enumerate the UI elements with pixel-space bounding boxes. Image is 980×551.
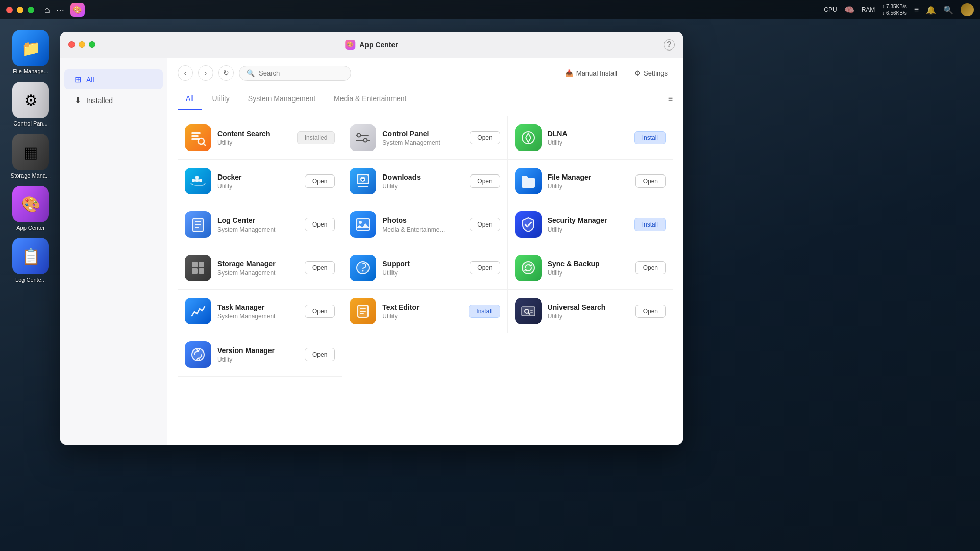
app-action-control-panel[interactable]: Open	[470, 131, 500, 144]
notification-icon[interactable]: 🔔	[926, 5, 936, 15]
sidebar-item-all[interactable]: ⊞ All	[64, 69, 163, 89]
app-action-docker[interactable]: Open	[305, 174, 335, 188]
search-input[interactable]	[259, 69, 340, 77]
sidebar-item-installed[interactable]: ⬇ Installed	[64, 90, 163, 110]
app-info-content-search: Content SearchUtility	[217, 130, 291, 146]
menubar: ⌂ ⋯ 🎨 🖥 CPU 🧠 RAM ↑ 7.35KB/s ↓ 6.56KB/s …	[0, 0, 980, 19]
app-name-docker: Docker	[217, 173, 299, 181]
tab-system-management[interactable]: System Management	[240, 88, 324, 110]
app-name-log-center: Log Center	[217, 216, 299, 224]
window-close-button[interactable]	[68, 41, 75, 48]
app-name-text-editor: Text Editor	[382, 303, 462, 311]
app-category-docker: Utility	[217, 183, 299, 190]
app-icon-control-panel	[350, 124, 376, 151]
menubar-right: 🖥 CPU 🧠 RAM ↑ 7.35KB/s ↓ 6.56KB/s ≡ 🔔 🔍	[808, 3, 974, 16]
dock-item-file-manager[interactable]: 📁 File Manage...	[5, 30, 56, 74]
sidebar-installed-label: Installed	[86, 96, 113, 105]
svg-rect-27	[199, 262, 204, 267]
svg-rect-12	[192, 179, 195, 182]
app-icon-log-center	[185, 211, 211, 238]
settings-label: Settings	[644, 69, 668, 77]
app-action-version-manager[interactable]: Open	[305, 348, 335, 361]
svg-point-5	[357, 134, 361, 137]
app-action-content-search[interactable]: Installed	[297, 131, 335, 144]
category-tabs: All Utility System Management Media & En…	[167, 88, 683, 110]
tab-utility[interactable]: Utility	[204, 88, 238, 110]
app-action-text-editor[interactable]: Install	[469, 305, 500, 318]
app-info-universal-search: Universal SearchUtility	[548, 303, 629, 320]
app-action-file-manager[interactable]: Open	[635, 174, 666, 188]
network-up: ↑ 7.35KB/s	[882, 3, 906, 10]
dock-item-app-center[interactable]: 🎨 App Center	[5, 186, 56, 231]
app-category-support: Utility	[382, 269, 463, 277]
app-card-photos: PhotosMedia & Entertainme...Open	[342, 203, 507, 246]
app-action-sync-backup[interactable]: Open	[635, 261, 666, 274]
dock-item-control-panel[interactable]: ⚙ Control Pan...	[5, 82, 56, 127]
svg-rect-22	[195, 224, 201, 225]
menubar-grid-icon[interactable]: ⋯	[56, 5, 64, 15]
menubar-traffic-red[interactable]	[6, 7, 13, 13]
app-icon-downloads	[350, 168, 376, 194]
app-action-storage-manager[interactable]: Open	[305, 261, 335, 274]
app-info-security-manager: Security ManagerUtility	[548, 216, 628, 233]
svg-rect-0	[191, 132, 201, 134]
app-action-downloads[interactable]: Open	[470, 174, 500, 188]
refresh-button[interactable]: ↻	[218, 65, 234, 81]
window-maximize-button[interactable]	[89, 41, 95, 48]
app-action-log-center[interactable]: Open	[305, 218, 335, 231]
app-info-version-manager: Version ManagerUtility	[217, 346, 299, 363]
dock-item-storage-manager[interactable]: ▦ Storage Mana...	[5, 134, 56, 179]
app-card-task-manager: Task ManagerSystem ManagementOpen	[178, 290, 342, 333]
search-menubar-icon[interactable]: 🔍	[943, 5, 953, 15]
main-content: ‹ › ↻ 🔍 📥 Manual Install ⚙ Settings	[167, 58, 683, 445]
svg-rect-13	[195, 179, 199, 182]
app-name-storage-manager: Storage Manager	[217, 260, 299, 268]
dock-label-control-panel: Control Pan...	[13, 120, 47, 127]
settings-button[interactable]: ⚙ Settings	[629, 67, 673, 80]
app-action-photos[interactable]: Open	[470, 218, 500, 231]
sort-icon[interactable]: ≡	[668, 94, 673, 104]
toolbar-right: 📥 Manual Install ⚙ Settings	[560, 67, 673, 80]
svg-rect-36	[360, 313, 364, 314]
menubar-traffic-yellow[interactable]	[17, 7, 23, 13]
app-action-security-manager[interactable]: Install	[634, 218, 666, 231]
app-category-file-manager: Utility	[548, 183, 629, 190]
forward-button[interactable]: ›	[198, 65, 213, 81]
app-info-docker: DockerUtility	[217, 173, 299, 190]
cpu-label: CPU	[824, 6, 837, 13]
app-card-docker: DockerUtilityOpen	[178, 160, 342, 203]
dock-item-log-center[interactable]: 📋 Log Cente...	[5, 238, 56, 283]
svg-point-32	[522, 262, 534, 274]
network-speed: ↑ 7.35KB/s ↓ 6.56KB/s	[882, 3, 906, 16]
window-help-button[interactable]: ?	[664, 39, 675, 51]
app-icon-dlna	[515, 124, 542, 151]
app-action-task-manager[interactable]: Open	[305, 305, 335, 318]
app-icon-docker	[185, 168, 211, 194]
menubar-home-icon[interactable]: ⌂	[44, 5, 50, 15]
svg-point-42	[192, 348, 204, 361]
app-card-sync-backup: Sync & BackupUtilityOpen	[508, 246, 673, 290]
menubar-traffic-green[interactable]	[28, 7, 34, 13]
back-button[interactable]: ‹	[178, 65, 193, 81]
app-card-content-search: Content SearchUtilityInstalled	[178, 116, 342, 160]
app-action-support[interactable]: Open	[470, 261, 500, 274]
manual-install-button[interactable]: 📥 Manual Install	[560, 67, 622, 80]
menu-icon[interactable]: ≡	[914, 5, 919, 14]
app-name-downloads: Downloads	[382, 173, 463, 181]
app-action-universal-search[interactable]: Open	[635, 305, 666, 318]
tab-all[interactable]: All	[178, 88, 202, 110]
manual-install-icon: 📥	[565, 69, 573, 77]
app-icon-photos	[350, 211, 376, 238]
window-minimize-button[interactable]	[79, 41, 85, 48]
network-down: ↓ 6.56KB/s	[882, 10, 906, 16]
svg-rect-19	[522, 178, 535, 188]
tab-media-entertainment[interactable]: Media & Entertainment	[326, 88, 414, 110]
app-info-text-editor: Text EditorUtility	[382, 303, 462, 320]
svg-rect-29	[199, 268, 204, 274]
app-action-dlna[interactable]: Install	[634, 131, 666, 144]
search-icon: 🔍	[247, 69, 255, 77]
app-info-dlna: DLNAUtility	[548, 130, 628, 146]
user-avatar[interactable]	[961, 3, 974, 16]
app-card-downloads: DownloadsUtilityOpen	[342, 160, 507, 203]
dock-label-log-center: Log Cente...	[15, 277, 46, 283]
